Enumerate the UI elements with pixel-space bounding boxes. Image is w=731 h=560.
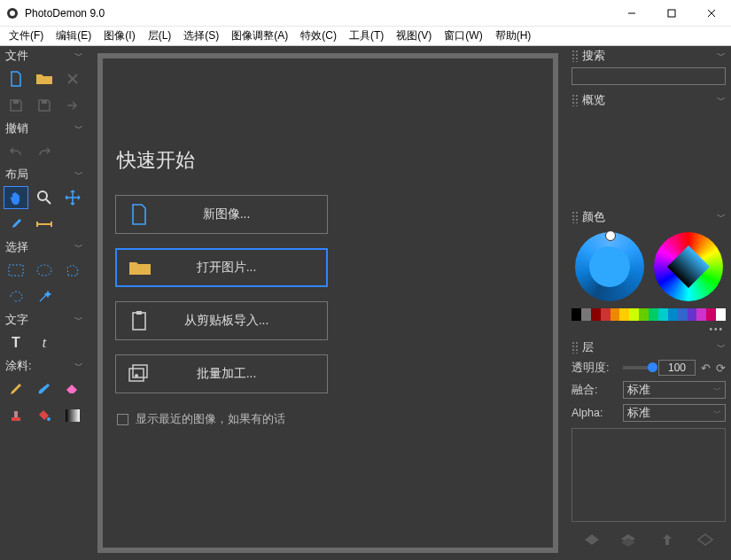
menu-adjust[interactable]: 图像调整(A) [226, 27, 293, 45]
pencil-tool[interactable] [4, 377, 28, 401]
right-section-color-header[interactable]: 颜色 ﹀ [566, 207, 731, 227]
zoom-tool[interactable] [32, 186, 57, 209]
opacity-sync-icon[interactable]: ⟳ [716, 362, 726, 375]
layer-duplicate-button[interactable] [618, 531, 642, 548]
open-file-button[interactable] [32, 67, 57, 90]
overview-preview [566, 110, 731, 207]
quickstart-new-image-button[interactable]: 新图像... [115, 195, 328, 234]
eyedropper-tool[interactable] [4, 213, 28, 236]
ellipse-select-tool[interactable] [32, 259, 57, 282]
alpha-label: Alpha: [572, 407, 618, 419]
hue-ring-picker[interactable] [575, 232, 644, 301]
chevron-down-icon: ﹀ [713, 385, 721, 396]
batch-icon [116, 364, 162, 384]
menu-help[interactable]: 帮助(H) [490, 27, 537, 45]
lasso-select-tool[interactable] [4, 285, 28, 308]
color-more-button[interactable]: ••• [566, 324, 731, 338]
left-section-text-label: 文字 [5, 312, 28, 328]
left-section-text-header[interactable]: 文字 ﹀ [0, 310, 89, 330]
quickstart-batch-button[interactable]: 批量加工... [115, 354, 328, 393]
layer-delete-button[interactable] [694, 531, 717, 548]
chevron-down-icon: ﹀ [74, 360, 83, 372]
fill-tool[interactable] [32, 404, 57, 427]
brush-tool[interactable] [32, 377, 57, 401]
measure-tool[interactable] [32, 213, 57, 236]
menu-edit[interactable]: 编辑(E) [51, 27, 97, 45]
quickstart-open-image-label: 打开图片... [163, 260, 326, 276]
opacity-slider[interactable] [623, 366, 653, 369]
layer-list[interactable] [572, 428, 726, 522]
svg-rect-9 [42, 100, 47, 104]
layer-add-button[interactable] [580, 531, 603, 548]
color-swatches[interactable] [572, 308, 726, 321]
menu-effects[interactable]: 特效(C) [295, 27, 342, 45]
left-section-undo-header[interactable]: 撤销 ﹀ [0, 119, 89, 138]
drag-handle-icon [572, 341, 579, 354]
eraser-tool[interactable] [60, 377, 85, 401]
menu-image[interactable]: 图像(I) [98, 27, 140, 45]
right-section-overview-header[interactable]: 概览 ﹀ [566, 90, 731, 110]
menu-tools[interactable]: 工具(T) [344, 27, 389, 45]
menu-layer[interactable]: 层(L) [143, 27, 177, 45]
window-title: PhotoDemon 9.0 [25, 7, 611, 19]
search-input[interactable] [572, 67, 726, 85]
opacity-value-input[interactable]: 100 [658, 360, 696, 376]
left-section-layout-header[interactable]: 布局 ﹀ [0, 165, 89, 184]
app-icon [5, 6, 19, 20]
clone-stamp-tool[interactable] [4, 404, 28, 427]
window-titlebar: PhotoDemon 9.0 [0, 0, 731, 27]
wand-select-tool[interactable] [32, 285, 57, 308]
move-tool[interactable] [60, 186, 85, 209]
new-file-button[interactable] [4, 67, 28, 90]
blend-mode-value: 标准 [627, 383, 650, 398]
svg-rect-18 [14, 411, 18, 417]
svg-point-25 [135, 374, 138, 377]
quickstart-batch-label: 批量加工... [162, 366, 327, 382]
quickstart-open-image-button[interactable]: 打开图片... [115, 248, 328, 287]
advanced-text-tool[interactable]: t [32, 331, 57, 354]
left-section-paint-header[interactable]: 涂料: ﹀ [0, 356, 89, 376]
window-maximize-button[interactable] [651, 0, 691, 27]
svg-rect-17 [12, 417, 20, 421]
menu-select[interactable]: 选择(S) [178, 27, 224, 45]
window-minimize-button[interactable] [611, 0, 651, 27]
drag-handle-icon [572, 211, 579, 223]
alpha-mode-combo[interactable]: 标准 ﹀ [623, 404, 726, 422]
quickstart-clipboard-button[interactable]: 从剪贴板导入... [115, 301, 328, 340]
canvas-area: 快速开始 新图像... 打开图片... 从剪贴板导入... 批量加工... 显示… [89, 46, 566, 560]
close-file-button [60, 67, 85, 90]
layer-up-button[interactable] [656, 531, 679, 548]
svg-point-1 [10, 11, 15, 16]
right-section-layers-header[interactable]: 层 ﹀ [566, 338, 731, 357]
quickstart-clipboard-label: 从剪贴板导入... [162, 313, 327, 329]
window-close-button[interactable] [691, 0, 731, 27]
gradient-tool[interactable] [60, 404, 85, 427]
undo-button [4, 140, 28, 163]
opacity-reset-icon[interactable]: ↶ [701, 362, 711, 375]
right-panel: 搜索 ﹀ 概览 ﹀ 颜色 ﹀ ••• 层 ﹀ 透明度: 100 [566, 46, 731, 560]
chevron-down-icon: ﹀ [74, 241, 83, 253]
menu-file[interactable]: 文件(F) [4, 27, 49, 45]
left-section-select-header[interactable]: 选择 ﹀ [0, 237, 89, 257]
quickstart-show-recent-checkbox[interactable]: 显示最近的图像，如果有的话 [117, 411, 285, 427]
left-section-undo-label: 撤销 [5, 121, 28, 136]
left-section-file-header[interactable]: 文件 ﹀ [0, 46, 89, 66]
chevron-down-icon: ﹀ [717, 94, 726, 106]
chevron-down-icon: ﹀ [74, 50, 83, 62]
hand-tool[interactable] [4, 186, 28, 209]
svg-rect-21 [133, 313, 145, 330]
rect-select-tool[interactable] [4, 259, 28, 282]
drag-handle-icon [572, 50, 579, 62]
right-section-search-header[interactable]: 搜索 ﹀ [566, 46, 731, 66]
polygon-select-tool[interactable] [60, 259, 85, 282]
redo-button [32, 140, 57, 163]
color-wheel-picker[interactable] [654, 232, 723, 301]
svg-rect-22 [136, 311, 142, 315]
basic-text-tool[interactable]: T [4, 331, 28, 354]
drag-handle-icon [572, 94, 579, 106]
menu-window[interactable]: 窗口(W) [439, 27, 487, 45]
blend-mode-combo[interactable]: 标准 ﹀ [623, 381, 726, 399]
save-button [4, 94, 28, 117]
clipboard-icon [116, 310, 162, 331]
menu-view[interactable]: 视图(V) [391, 27, 437, 45]
